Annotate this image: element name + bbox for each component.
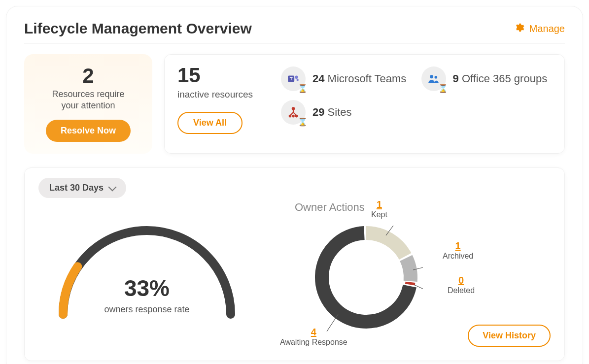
stat-groups[interactable]: ⌛ 9 Office 365 groups <box>421 66 552 91</box>
groups-icon: ⌛ <box>421 66 446 91</box>
gauge-percent: 33% <box>38 275 255 301</box>
owner-actions-title: Owner Actions <box>295 201 365 214</box>
label-archived[interactable]: 1 Archived <box>443 240 473 261</box>
view-history-button[interactable]: View History <box>468 325 551 347</box>
bottom-card: Last 30 Days 33% owners response rate Ow… <box>24 167 565 361</box>
label-kept[interactable]: 1 Kept <box>371 199 387 219</box>
hourglass-icon: ⌛ <box>438 84 448 93</box>
stat-sites[interactable]: ⌛ 29 Sites <box>281 100 412 125</box>
svg-point-2 <box>295 76 298 79</box>
manage-button[interactable]: Manage <box>514 22 565 35</box>
hourglass-icon: ⌛ <box>298 117 308 127</box>
gear-icon <box>514 22 524 35</box>
attention-card: 2 Resources require your attention Resol… <box>24 54 152 154</box>
inactive-card: 15 inactive resources View All T ⌛ 24 Mi… <box>164 54 565 154</box>
page-title: Lifecycle Management Overview <box>24 20 252 37</box>
chevron-down-icon <box>108 183 117 191</box>
inactive-label: inactive resources <box>177 89 266 100</box>
top-row: 2 Resources require your attention Resol… <box>24 54 565 154</box>
view-all-button[interactable]: View All <box>177 112 243 134</box>
svg-text:T: T <box>290 76 293 81</box>
attention-text: Resources require your attention <box>33 89 143 111</box>
svg-point-3 <box>297 79 299 81</box>
svg-point-11 <box>296 115 297 117</box>
teams-icon: T ⌛ <box>281 66 306 91</box>
svg-point-4 <box>430 75 433 78</box>
stat-grid: T ⌛ 24 Microsoft Teams ⌛ 9 Office 365 gr… <box>281 64 552 144</box>
hourglass-icon: ⌛ <box>298 84 308 93</box>
sites-icon: ⌛ <box>281 100 306 125</box>
svg-point-12 <box>292 115 294 117</box>
inactive-count: 15 <box>177 64 266 87</box>
manage-label: Manage <box>529 23 565 34</box>
gauge-label: owners response rate <box>38 304 255 315</box>
inactive-summary: 15 inactive resources View All <box>177 64 266 144</box>
attention-count: 2 <box>33 64 143 88</box>
label-deleted[interactable]: 0 Deleted <box>448 275 475 295</box>
header-row: Lifecycle Management Overview Manage <box>24 20 565 43</box>
resolve-now-button[interactable]: Resolve Now <box>46 120 131 142</box>
overview-panel: Lifecycle Management Overview Manage 2 R… <box>6 6 583 364</box>
svg-point-6 <box>292 107 294 109</box>
svg-point-5 <box>434 76 437 79</box>
period-selector[interactable]: Last 30 Days <box>38 178 126 198</box>
label-awaiting[interactable]: 4 Awaiting Response <box>280 327 347 347</box>
stat-teams[interactable]: T ⌛ 24 Microsoft Teams <box>281 66 412 91</box>
svg-point-10 <box>289 115 291 117</box>
response-rate-gauge: 33% owners response rate <box>38 201 255 324</box>
